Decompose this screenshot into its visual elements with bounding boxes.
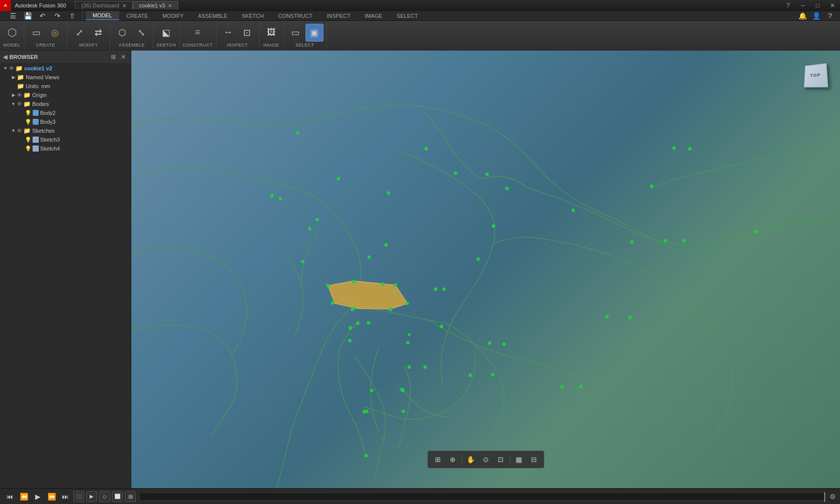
browser-close-button[interactable]: ✕ — [119, 52, 128, 61]
main-area: ◀ BROWSER ⊞ ✕ ▼ 👁 📁 cookie1 v2 ▶ — [0, 50, 840, 488]
viewcube[interactable]: TOP — [793, 58, 833, 98]
select-button[interactable]: ▭ — [287, 24, 305, 42]
animation-button[interactable]: ▶ — [86, 491, 97, 502]
svg-point-44 — [560, 385, 564, 389]
timeline-track[interactable] — [140, 493, 826, 501]
tree-origin[interactable]: ▶ 👁 📁 Origin — [0, 91, 131, 100]
step-forward-button[interactable]: ⏩ — [46, 491, 57, 503]
selected-body[interactable] — [328, 281, 407, 309]
sketch-settings-button[interactable]: ⊞ — [431, 453, 445, 466]
toolbar-image-section: 🖼 IMAGE — [260, 21, 284, 50]
tab-create[interactable]: CREATE — [119, 11, 156, 20]
tree-bodies[interactable]: ▼ 👁 📁 Bodies — [0, 100, 131, 108]
svg-point-10 — [384, 243, 388, 247]
app-name: Autodesk Fusion 360 — [11, 2, 70, 8]
ribbon-tabs: ☰ 💾 ↶ ↷ ⇧ MODEL CREATE MODIFY ASSEMBLE S… — [0, 11, 840, 21]
tab-dashboard[interactable]: (36) Dashboard ✕ — [75, 1, 132, 9]
snap-button[interactable]: ⊕ — [446, 453, 460, 466]
tree-named-views[interactable]: ▶ 📁 Named Views — [0, 73, 131, 82]
close-icon[interactable]: ✕ — [122, 3, 126, 8]
help-button[interactable]: ? — [823, 9, 837, 23]
tree-sketch3[interactable]: ▶ 💡 Sketch3 — [0, 135, 131, 144]
measure-button[interactable]: ↔ — [219, 24, 237, 42]
body2-label: Body2 — [40, 110, 55, 116]
eye-icon: 👁 — [9, 65, 14, 71]
user-icon[interactable]: 👤 — [809, 9, 823, 23]
render-button[interactable]: 🖼 — [262, 24, 280, 42]
pan-button[interactable]: ✋ — [464, 453, 478, 466]
tab-cookie1v3[interactable]: cookie1 v3 ✕ — [133, 1, 179, 9]
tab-construct[interactable]: CONSTRUCT — [271, 11, 320, 20]
extrude-button[interactable]: ▭ — [27, 24, 45, 42]
orbit-button[interactable]: ⊙ — [479, 453, 493, 466]
new-component-button[interactable]: ⬡ — [113, 24, 131, 42]
browser-title: BROWSER — [9, 54, 107, 60]
svg-point-34 — [434, 287, 437, 291]
keyframe-button[interactable]: ◇ — [99, 491, 110, 502]
section-analysis-button[interactable]: ⊡ — [238, 24, 256, 42]
tree-body2[interactable]: ▶ 💡 Body2 — [0, 108, 131, 117]
zoom-fit-button[interactable]: ⊡ — [494, 453, 508, 466]
capture-button[interactable]: ⬛ — [73, 491, 84, 502]
help-icon[interactable]: ? — [781, 0, 795, 11]
expander-icon: ▶ — [10, 74, 17, 81]
svg-point-7 — [485, 172, 489, 176]
display-settings-button[interactable]: ▦ — [512, 453, 526, 466]
svg-point-47 — [605, 315, 609, 318]
svg-point-3 — [279, 197, 282, 201]
viewport[interactable]: TOP — [131, 50, 840, 488]
browser-pin-button[interactable]: ⊞ — [109, 52, 118, 61]
expander-icon: ▼ — [2, 65, 9, 72]
title-bar: A Autodesk Fusion 360 (36) Dashboard ✕ c… — [0, 0, 840, 11]
svg-point-6 — [454, 171, 457, 175]
eye-icon: 👁 — [17, 101, 22, 107]
close-icon[interactable]: ✕ — [168, 3, 172, 8]
tree-sketches[interactable]: ▼ 👁 📁 Sketches — [0, 126, 131, 135]
viewcube-top-label[interactable]: TOP — [804, 63, 829, 88]
tree-body3[interactable]: ▶ 💡 Body3 — [0, 117, 131, 126]
play-button[interactable]: ▶ — [32, 491, 44, 503]
svg-point-29 — [370, 389, 373, 392]
svg-point-50 — [352, 280, 356, 283]
tab-select[interactable]: SELECT — [390, 11, 425, 20]
model-view-button[interactable]: ⬡ — [3, 24, 21, 42]
offset-plane-button[interactable]: ≡ — [189, 24, 207, 42]
fast-forward-button[interactable]: ⏭ — [59, 491, 71, 503]
mirror-button[interactable]: ⇄ — [89, 24, 107, 42]
svg-point-31 — [402, 409, 405, 413]
body-icon — [33, 119, 39, 125]
svg-point-27 — [356, 321, 360, 325]
toolbar: ⬡ MODEL ▭ ◎ CREATE ⤢ ⇄ MODIFY — [0, 21, 840, 50]
timeline: ⏮ ⏪ ▶ ⏩ ⏭ ⬛ ▶ ◇ ⬜ ▤ ⚙ — [0, 488, 840, 504]
tree-root[interactable]: ▼ 👁 📁 cookie1 v2 — [0, 64, 131, 73]
tab-modify[interactable]: MODIFY — [156, 11, 191, 20]
folder-icon: 📁 — [23, 127, 31, 134]
record-button[interactable]: ⬜ — [112, 491, 123, 502]
tab-model[interactable]: MODEL — [86, 11, 119, 20]
svg-rect-57 — [408, 334, 410, 336]
revolve-button[interactable]: ◎ — [46, 24, 64, 42]
window-select-button[interactable]: ▣ — [306, 24, 323, 42]
snap-timeline-button[interactable]: ▤ — [125, 491, 136, 502]
sketches-label: Sketches — [32, 128, 54, 134]
tab-assemble[interactable]: ASSEMBLE — [191, 11, 235, 20]
named-views-label: Named Views — [26, 74, 59, 80]
notification-icon[interactable]: 🔔 — [795, 9, 809, 23]
tree-sketch4[interactable]: ▶ 💡 Sketch4 — [0, 144, 131, 153]
svg-rect-58 — [440, 325, 442, 327]
grid-settings-button[interactable]: ⊟ — [527, 453, 541, 466]
folder-icon: 📁 — [15, 65, 23, 72]
step-back-button[interactable]: ⏪ — [18, 491, 30, 503]
create-sketch-button[interactable]: ⬕ — [158, 24, 175, 42]
tab-image[interactable]: IMAGE — [358, 11, 389, 20]
move-button[interactable]: ⤢ — [70, 24, 88, 42]
tab-sketch[interactable]: SKETCH — [235, 11, 271, 20]
units-label: Units: mm — [26, 83, 51, 89]
timeline-settings-button[interactable]: ⚙ — [830, 493, 836, 501]
tab-inspect[interactable]: INSPECT — [320, 11, 358, 20]
svg-rect-59 — [353, 307, 355, 309]
joint-button[interactable]: ⤡ — [132, 24, 150, 42]
collapse-icon[interactable]: ◀ — [3, 53, 7, 60]
rewind-button[interactable]: ⏮ — [4, 491, 16, 503]
svg-point-0 — [296, 131, 300, 135]
